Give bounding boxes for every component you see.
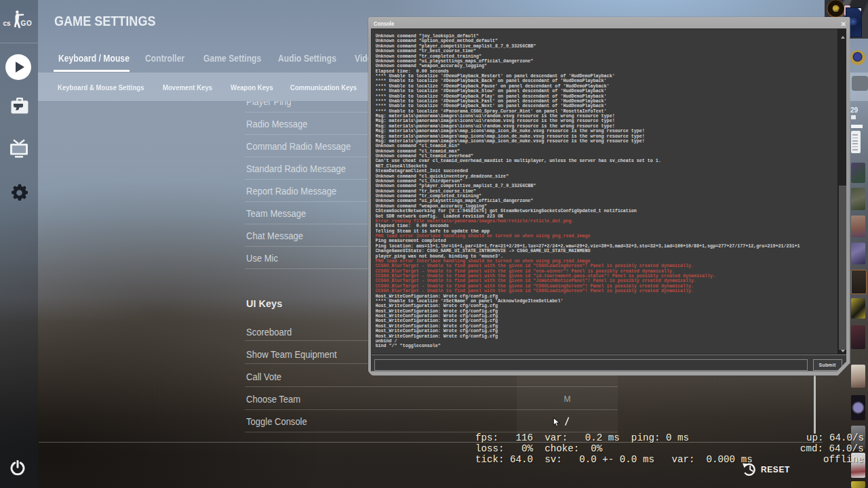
svg-text:cs: cs bbox=[3, 20, 12, 27]
svg-text:GO: GO bbox=[21, 20, 33, 27]
